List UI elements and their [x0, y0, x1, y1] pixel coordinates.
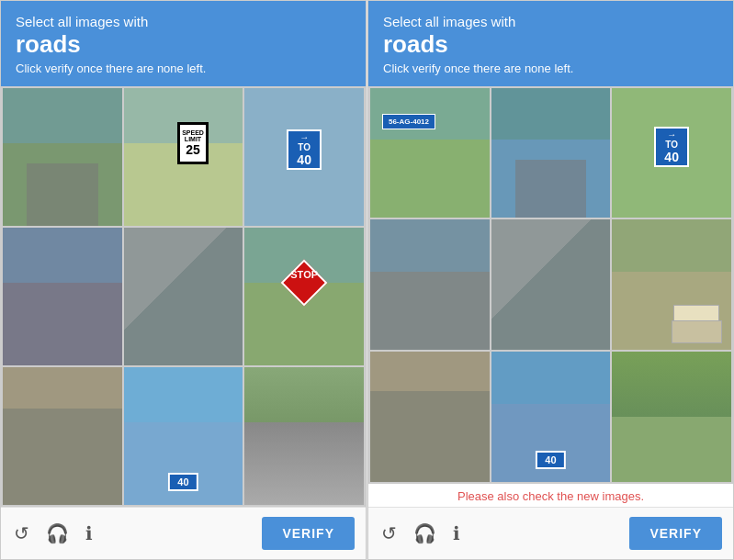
left-verify-button[interactable]: VERIFY — [262, 517, 355, 550]
right-info-icon: ℹ — [453, 522, 460, 544]
right-cell-6[interactable] — [612, 219, 731, 350]
right-cell-9[interactable] — [612, 352, 731, 482]
right-select-text: Select all images with — [383, 14, 718, 29]
new-images-notice: Please also check the new images. — [368, 484, 733, 507]
left-reload-icon: ↺ — [14, 522, 29, 544]
right-reload-button[interactable]: ↺ — [379, 521, 399, 546]
left-footer-icons: ↺ 🎧 ℹ — [12, 521, 95, 546]
right-instruction: Click verify once there are none left. — [383, 62, 718, 75]
left-cell-3[interactable]: → TO 40 — [244, 88, 364, 226]
right-verify-button[interactable]: VERIFY — [629, 517, 722, 550]
right-cell-8[interactable]: 40 — [491, 352, 611, 482]
right-header: Select all images with roads Click verif… — [368, 1, 733, 86]
right-audio-button[interactable]: 🎧 — [412, 521, 438, 546]
right-footer: ↺ 🎧 ℹ VERIFY — [368, 507, 733, 559]
left-cell-4[interactable] — [3, 228, 122, 365]
right-cell-3[interactable]: → TO 40 — [612, 88, 731, 218]
left-cell-9[interactable] — [244, 367, 364, 505]
right-audio-icon: 🎧 — [413, 522, 436, 544]
left-audio-icon: 🎧 — [46, 522, 69, 544]
left-header: Select all images with roads Click verif… — [1, 1, 366, 86]
right-cell-7[interactable] — [370, 352, 490, 482]
left-info-button[interactable]: ℹ — [84, 521, 95, 546]
left-audio-button[interactable]: 🎧 — [44, 521, 71, 546]
right-captcha: Select all images with roads Click verif… — [367, 0, 734, 560]
left-reload-button[interactable]: ↺ — [12, 521, 31, 546]
left-cell-6[interactable]: STOP — [244, 228, 364, 365]
right-cell-1[interactable]: 56-AG-4012 — [370, 88, 490, 218]
right-grid: 56-AG-4012 → TO 40 — [368, 86, 733, 484]
left-keyword: roads — [16, 31, 351, 58]
left-select-text: Select all images with — [16, 14, 351, 29]
left-cell-1[interactable] — [3, 88, 122, 226]
left-instruction: Click verify once there are none left. — [16, 62, 351, 75]
right-cell-5[interactable] — [491, 219, 611, 350]
left-info-icon: ℹ — [85, 522, 93, 544]
right-cell-2[interactable] — [491, 88, 611, 218]
left-cell-7[interactable] — [3, 367, 122, 505]
right-info-button[interactable]: ℹ — [451, 521, 462, 546]
right-reload-icon: ↺ — [381, 522, 397, 544]
right-cell-4[interactable] — [370, 219, 490, 350]
right-keyword: roads — [383, 31, 718, 58]
left-cell-2[interactable]: SPEEDLIMIT25 — [124, 88, 243, 226]
right-footer-icons: ↺ 🎧 ℹ — [379, 521, 462, 546]
left-captcha: Select all images with roads Click verif… — [0, 0, 367, 560]
left-grid: SPEEDLIMIT25 → TO 40 — [1, 86, 366, 507]
left-cell-5[interactable] — [124, 228, 243, 365]
left-footer: ↺ 🎧 ℹ VERIFY — [1, 507, 366, 559]
left-cell-8[interactable]: 40 — [124, 367, 243, 505]
